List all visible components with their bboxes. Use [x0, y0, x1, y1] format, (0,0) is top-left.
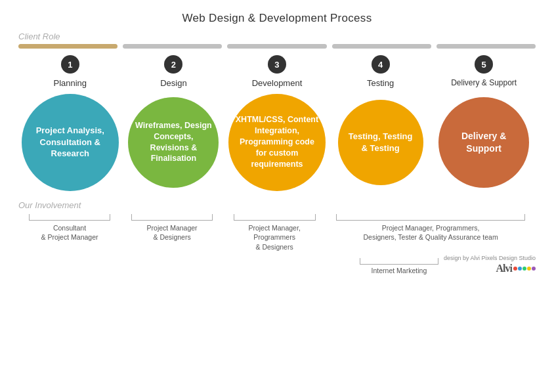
- phase-3-label: Development: [252, 78, 303, 89]
- internet-marketing-text: Internet Marketing: [372, 267, 427, 274]
- phase-4-label: Testing: [367, 78, 394, 89]
- progress-bars: [18, 44, 536, 49]
- inv-text-45: Project Manager, Programmers,Designers, …: [363, 223, 498, 242]
- circle-2: Wireframes, Design Concepts, Revisions &…: [128, 97, 219, 188]
- client-role-label: Client Role: [18, 32, 536, 41]
- progress-bar-4: [332, 44, 431, 49]
- inv-bracket-1: [29, 214, 111, 221]
- phase-5-number: 5: [475, 55, 493, 74]
- inv-bracket-2: [131, 214, 213, 221]
- phase-4-number: 4: [372, 55, 390, 74]
- inv-text-3: Project Manager,Programmers& Designers: [248, 223, 300, 252]
- phase-5: 5 Delivery & Support: [432, 55, 536, 87]
- circle-3: XHTML/CSS, Content Integration, Programm…: [228, 94, 326, 191]
- branding-text: design by Alvi Pixels Design Studio: [444, 255, 536, 261]
- logo-dot-3: [522, 267, 526, 271]
- inv-bracket-3: [234, 214, 316, 221]
- page-title: Web Design & Development Process: [18, 12, 536, 25]
- inv-item-1: Consultant& Project Manager: [18, 214, 121, 242]
- branding-logo: Alvi: [496, 263, 536, 274]
- inv-item-45: Project Manager, Programmers,Designers, …: [326, 214, 536, 242]
- logo-dot-4: [527, 267, 531, 271]
- circle-wrap-4: Testing, Testing & Testing: [329, 100, 433, 185]
- phases-row: 1 Planning 2 Design 3 Development 4 Test…: [18, 55, 536, 89]
- circle-1: Project Analysis, Consultation & Researc…: [22, 94, 119, 191]
- involvement-section: Our Involvement Consultant& Project Mana…: [18, 200, 536, 274]
- internet-marketing-wrap: Internet Marketing: [360, 258, 438, 274]
- involvement-row: Consultant& Project Manager Project Mana…: [18, 214, 536, 252]
- phase-2-number: 2: [164, 55, 182, 74]
- inv-bracket-45: [336, 214, 525, 221]
- inv-item-3: Project Manager,Programmers& Designers: [223, 214, 326, 252]
- phase-4: 4 Testing: [329, 55, 433, 89]
- logo-dot-2: [518, 267, 522, 271]
- circle-5: Delivery & Support: [438, 97, 529, 188]
- circle-wrap-5: Delivery & Support: [432, 97, 536, 188]
- circle-wrap-3: XHTML/CSS, Content Integration, Programm…: [225, 94, 329, 191]
- inv-text-1: Consultant& Project Manager: [41, 223, 98, 242]
- bottom-row: Internet Marketing design by Alvi Pixels…: [18, 255, 536, 274]
- progress-bar-3: [227, 44, 326, 49]
- phase-3: 3 Development: [225, 55, 329, 89]
- circle-4: Testing, Testing & Testing: [338, 100, 423, 185]
- phase-5-label: Delivery & Support: [451, 78, 517, 87]
- phase-2: 2 Design: [122, 55, 226, 89]
- our-involvement-label: Our Involvement: [18, 200, 536, 210]
- phase-3-number: 3: [268, 55, 286, 74]
- progress-bar-5: [437, 44, 536, 49]
- inv-text-2: Project Manager& Designers: [147, 223, 198, 242]
- phase-1: 1 Planning: [18, 55, 122, 89]
- phase-1-label: Planning: [53, 78, 87, 89]
- progress-bar-1: [18, 44, 117, 49]
- logo-alvi-text: Alvi: [496, 263, 512, 274]
- circle-wrap-2: Wireframes, Design Concepts, Revisions &…: [122, 97, 226, 188]
- logo-dot-1: [513, 267, 517, 271]
- circle-wrap-1: Project Analysis, Consultation & Researc…: [18, 94, 122, 191]
- circles-row: Project Analysis, Consultation & Researc…: [18, 94, 536, 191]
- logo-dots: [513, 267, 536, 271]
- logo-dot-5: [532, 267, 536, 271]
- progress-bar-2: [123, 44, 222, 49]
- phase-2-label: Design: [160, 78, 186, 89]
- branding: design by Alvi Pixels Design Studio Alvi: [444, 255, 536, 274]
- internet-bracket: [360, 258, 438, 265]
- phase-1-number: 1: [61, 55, 79, 74]
- inv-item-2: Project Manager& Designers: [121, 214, 223, 242]
